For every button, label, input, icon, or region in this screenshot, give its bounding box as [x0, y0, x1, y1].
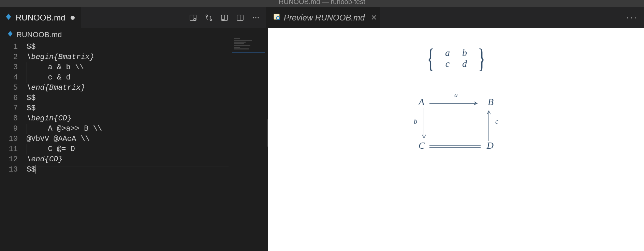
editor-tab-runoob[interactable]: RUNOOB.md	[0, 7, 81, 28]
code-content[interactable]: $$ \begin{Bmatrix} a & b \\ c & d \end{B…	[24, 41, 266, 251]
minimap[interactable]	[232, 38, 265, 53]
preview-tab[interactable]: Preview RUNOOB.md ✕	[268, 7, 380, 28]
rendered-bmatrix: { a b c d }	[424, 47, 488, 69]
editor-tab-actions	[188, 7, 266, 28]
preview-body: { a b c d } A B C D	[268, 28, 644, 251]
rendered-cd-diagram: A B C D a b c	[419, 97, 494, 151]
svg-point-3	[206, 15, 208, 16]
breadcrumb[interactable]: RUNOOB.md	[0, 28, 266, 41]
window-titlebar: RUNOOB.md — runoob-test	[0, 0, 644, 7]
close-icon[interactable]: ✕	[371, 13, 377, 22]
preview-tabbar: Preview RUNOOB.md ✕ ···	[268, 7, 644, 28]
breadcrumb-label: RUNOOB.md	[16, 30, 62, 39]
svg-point-10	[253, 17, 254, 18]
pane-splitter[interactable]	[266, 7, 268, 251]
svg-line-15	[279, 19, 280, 20]
open-preview-side-icon[interactable]	[188, 12, 199, 23]
gutter: 1234567 8910111213	[0, 41, 24, 251]
svg-point-12	[258, 17, 259, 18]
svg-point-7	[222, 19, 224, 20]
more-icon[interactable]	[250, 12, 261, 23]
preview-pane: Preview RUNOOB.md ✕ ··· { a b c d	[268, 7, 644, 251]
editor-tabbar: RUNOOB.md	[0, 7, 266, 28]
preview-icon	[273, 13, 280, 23]
dirty-indicator-icon	[71, 16, 75, 20]
window-title: RUNOOB.md — runoob-test	[279, 0, 365, 6]
preview-tab-label: Preview RUNOOB.md	[284, 13, 365, 23]
svg-point-4	[210, 19, 212, 20]
preview-more-icon[interactable]: ···	[626, 12, 644, 23]
split-editor-icon[interactable]	[219, 12, 230, 23]
svg-point-11	[255, 17, 256, 18]
toggle-layout-icon[interactable]	[235, 12, 246, 23]
code-editor[interactable]: 1234567 8910111213 $$ \begin{Bmatrix} a …	[0, 41, 266, 251]
markdown-icon	[5, 13, 12, 23]
svg-point-2	[194, 18, 196, 20]
editor-pane: RUNOOB.md	[0, 7, 266, 251]
markdown-icon	[7, 30, 14, 39]
git-compare-icon[interactable]	[203, 12, 214, 23]
editor-tab-label: RUNOOB.md	[16, 13, 65, 23]
current-line-highlight	[24, 166, 229, 176]
